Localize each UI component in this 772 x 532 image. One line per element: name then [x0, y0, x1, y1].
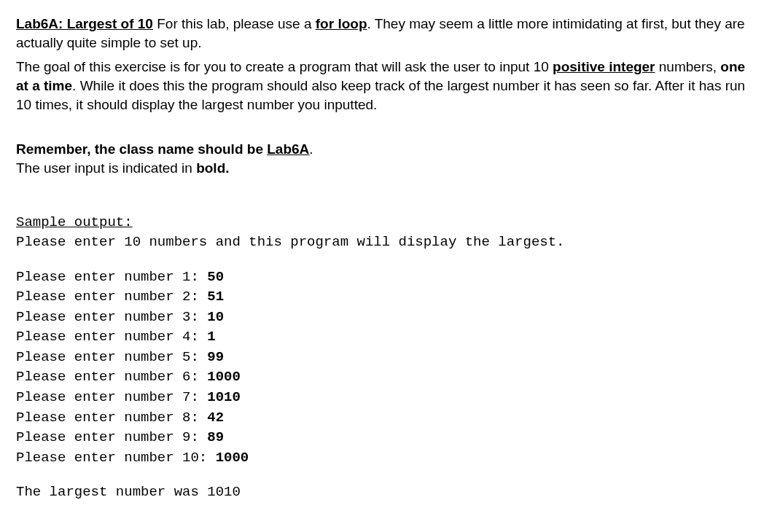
entry-prompt: Please enter number 3:	[16, 309, 207, 325]
entry-value: 89	[207, 429, 224, 445]
entry-prompt: Please enter number 2:	[16, 289, 207, 305]
entry-prompt: Please enter number 10:	[16, 450, 216, 466]
entry-prompt: Please enter number 6:	[16, 369, 207, 385]
entry-prompt: Please enter number 4:	[16, 329, 207, 345]
entry-value: 1000	[207, 369, 241, 385]
remember-line: Remember, the class name should be Lab6A…	[16, 140, 756, 159]
intro-paragraph-1: Lab6A: Largest of 10 For this lab, pleas…	[16, 15, 756, 52]
intro-text-1a: For this lab, please use a	[153, 16, 316, 31]
sample-output-block: Please enter number 1: 50 Please enter n…	[16, 267, 756, 468]
entry-value: 51	[207, 289, 224, 305]
sample-output-heading: Sample output:	[16, 212, 756, 232]
entry-value: 99	[207, 349, 224, 365]
user-input-line: The user input is indicated in bold.	[16, 159, 756, 178]
lab6a-label: Lab6A	[267, 141, 309, 157]
entry-value: 10	[207, 309, 224, 325]
for-loop-label: for loop	[316, 16, 367, 31]
positive-integer-label: positive integer	[553, 59, 655, 74]
result-line: The largest number was 1010	[16, 482, 756, 503]
intro-paragraph-2: The goal of this exercise is for you to …	[16, 58, 756, 114]
remember-text-a: Remember, the class name should be	[16, 141, 267, 157]
entry-value: 1010	[207, 389, 241, 405]
title-label: Lab6A: Largest of 10	[16, 16, 153, 31]
bold-word-label: bold.	[196, 160, 229, 176]
intro-text-2b: numbers,	[655, 59, 721, 74]
intro-text-2a: The goal of this exercise is for you to …	[16, 59, 553, 74]
remember-text-b: .	[309, 141, 313, 157]
sample-output-label: Sample output:	[16, 214, 133, 230]
entry-value: 1	[207, 329, 215, 345]
sample-intro-line: Please enter 10 numbers and this program…	[16, 232, 756, 253]
entry-prompt: Please enter number 8:	[16, 410, 207, 426]
entry-value: 42	[207, 410, 224, 426]
intro-text-2c: . While it does this the program should …	[16, 78, 745, 112]
entry-prompt: Please enter number 5:	[16, 349, 207, 365]
entry-prompt: Please enter number 7:	[16, 389, 207, 405]
entry-value: 1000	[216, 450, 249, 466]
entry-prompt: Please enter number 1:	[16, 269, 207, 285]
entry-value: 50	[207, 269, 224, 285]
user-input-text-a: The user input is indicated in	[16, 160, 196, 176]
entry-prompt: Please enter number 9:	[16, 429, 207, 445]
